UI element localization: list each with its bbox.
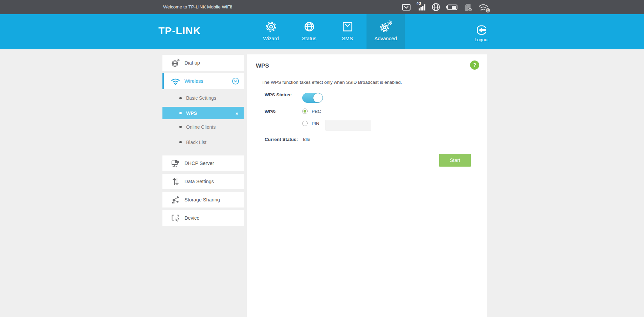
double-gear-icon: [379, 20, 393, 33]
tab-wizard[interactable]: Wizard: [252, 14, 290, 49]
mail-icon: [341, 20, 354, 33]
double-chevron-right-icon: »: [236, 110, 238, 116]
bullet-icon: [179, 141, 182, 143]
current-status-label: Current Status:: [265, 137, 298, 142]
tab-label: Advanced: [374, 35, 397, 41]
mail-icon: [402, 3, 411, 11]
sidebar-item-black-list[interactable]: Black List: [162, 135, 244, 150]
sidebar-item-storage-sharing[interactable]: Storage Sharing: [162, 192, 244, 208]
tab-advanced[interactable]: Advanced: [367, 14, 405, 49]
wifi-clients-icon: 1: [478, 3, 489, 12]
sidebar-item-device[interactable]: Device: [162, 210, 244, 226]
pin-radio[interactable]: [302, 121, 308, 126]
top-status-bar: Welcome to TP-LINK Mobile WiFi! 4G: [0, 0, 644, 14]
sidebar-item-label: DHCP Server: [184, 161, 214, 166]
globe-icon: [431, 3, 440, 11]
sidebar-item-dhcp-server[interactable]: DHCP Server: [162, 155, 244, 171]
sidebar-item-label: Storage Sharing: [184, 197, 220, 202]
pbc-option: PBC: [302, 108, 321, 114]
sidebar-item-label: Black List: [186, 140, 206, 145]
tab-status[interactable]: Status: [290, 14, 328, 49]
sidebar-item-data-settings[interactable]: Data Settings: [162, 174, 244, 189]
share-nodes-icon: [171, 196, 180, 204]
arrows-up-down-icon: [171, 177, 180, 186]
tab-label: Status: [302, 35, 316, 41]
wps-note: The WPS function takes effect only when …: [262, 80, 402, 85]
bullet-icon: [179, 112, 182, 114]
battery-icon: [446, 4, 458, 11]
wps-status-toggle[interactable]: [302, 93, 323, 103]
tab-sms[interactable]: SMS: [328, 14, 367, 49]
logout-label: Logout: [474, 37, 488, 42]
sidebar-item-label: Dial-up: [184, 60, 200, 66]
device-gear-icon: [171, 214, 180, 222]
bullet-icon: [179, 97, 182, 99]
pbc-radio[interactable]: [302, 108, 308, 114]
help-icon[interactable]: ?: [470, 60, 479, 70]
sidebar-item-label: WPS: [186, 111, 197, 116]
page-title: WPS: [256, 63, 269, 69]
wps-panel: WPS ? The WPS function takes effect only…: [247, 54, 487, 317]
bullet-icon: [179, 126, 182, 128]
tab-label: SMS: [342, 35, 353, 41]
start-button[interactable]: Start: [439, 154, 471, 167]
sidebar-item-label: Online Clients: [186, 124, 216, 130]
gear-icon: [264, 20, 278, 33]
status-icon-group: 4G: [402, 0, 489, 14]
globe-icon: [303, 20, 316, 33]
logout-arrow-icon: [475, 24, 488, 36]
sidebar-item-wireless[interactable]: Wireless: [162, 73, 244, 89]
sidebar: Dial-up Wireless B: [162, 55, 244, 228]
wps-status-label: WPS Status:: [265, 92, 292, 97]
toggle-knob: [313, 93, 323, 102]
pin-label: PIN: [312, 121, 319, 126]
pin-input[interactable]: [326, 120, 371, 130]
pbc-label: PBC: [312, 109, 321, 114]
sidebar-item-label: Data Settings: [184, 179, 214, 184]
sidebar-item-label: Device: [184, 215, 199, 221]
tab-label: Wizard: [263, 35, 279, 41]
sim-error-icon: [464, 3, 472, 12]
welcome-text: Welcome to TP-LINK Mobile WiFi!: [163, 0, 232, 14]
wireless-submenu: Basic Settings WPS » Online Clients Blac…: [162, 89, 244, 153]
sidebar-item-basic-settings[interactable]: Basic Settings: [162, 89, 244, 107]
logout-button[interactable]: Logout: [470, 16, 493, 49]
current-status-value: Idle: [303, 137, 310, 142]
wifi-icon: [171, 77, 180, 86]
sidebar-item-dialup[interactable]: Dial-up: [162, 55, 244, 71]
globe-signal-icon: [171, 58, 180, 67]
main-nav: Wizard Status SMS: [252, 14, 405, 49]
sidebar-item-online-clients[interactable]: Online Clients: [162, 119, 244, 135]
signal-4g-icon: 4G: [417, 3, 426, 11]
pin-option: PIN: [302, 121, 319, 126]
sidebar-group-wireless: Wireless Basic Settings WPS » Online Cli…: [162, 73, 244, 153]
chevron-down-circle-icon[interactable]: [232, 77, 239, 85]
sidebar-item-label: Wireless: [184, 78, 203, 84]
server-folder-icon: [171, 159, 180, 168]
tplink-logo: TP-LINK: [158, 25, 201, 36]
wifi-client-count-badge: 1: [486, 8, 490, 13]
sidebar-item-label: Basic Settings: [186, 95, 216, 101]
sidebar-item-wps[interactable]: WPS »: [162, 107, 244, 119]
main-header: TP-LINK Wizard: [0, 14, 644, 49]
wps-mode-label: WPS:: [265, 109, 276, 114]
